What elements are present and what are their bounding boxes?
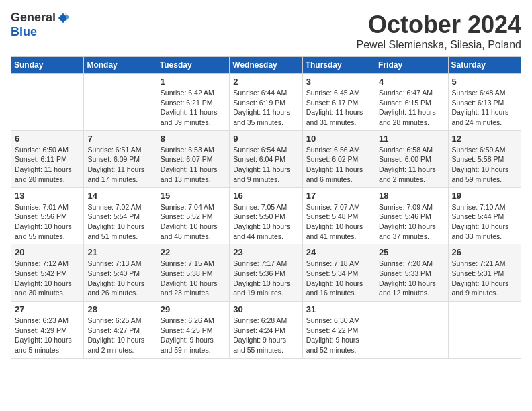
weekday-header: Saturday <box>448 57 521 74</box>
calendar-cell <box>84 74 157 131</box>
calendar-cell: 4 Sunrise: 6:47 AMSunset: 6:15 PMDayligh… <box>375 74 448 131</box>
day-number: 3 <box>306 77 371 87</box>
title-section: October 2024 Pewel Slemienska, Silesia, … <box>357 11 521 51</box>
weekday-header: Friday <box>375 57 448 74</box>
day-number: 17 <box>306 191 371 201</box>
calendar-cell: 21 Sunrise: 7:13 AMSunset: 5:40 PMDaylig… <box>84 244 157 302</box>
calendar-cell: 23 Sunrise: 7:17 AMSunset: 5:36 PMDaylig… <box>230 244 302 302</box>
day-number: 10 <box>306 134 371 144</box>
day-info: Sunrise: 7:17 AMSunset: 5:36 PMDaylight:… <box>233 259 298 298</box>
day-info: Sunrise: 6:48 AMSunset: 6:13 PMDaylight:… <box>452 88 517 128</box>
calendar-cell <box>448 302 521 359</box>
location-title: Pewel Slemienska, Silesia, Poland <box>357 39 521 51</box>
calendar-week-row: 20 Sunrise: 7:12 AMSunset: 5:42 PMDaylig… <box>11 244 521 302</box>
day-info: Sunrise: 7:04 AMSunset: 5:52 PMDaylight:… <box>161 202 226 242</box>
weekday-header: Tuesday <box>157 57 229 74</box>
weekday-header: Wednesday <box>230 57 302 74</box>
day-info: Sunrise: 7:01 AMSunset: 5:56 PMDaylight:… <box>15 202 80 242</box>
calendar-cell: 7 Sunrise: 6:51 AMSunset: 6:09 PMDayligh… <box>84 130 157 187</box>
day-info: Sunrise: 6:50 AMSunset: 6:11 PMDaylight:… <box>15 145 80 185</box>
day-number: 25 <box>379 247 444 257</box>
weekday-header: Sunday <box>11 57 84 74</box>
day-number: 31 <box>306 304 371 314</box>
calendar-cell: 19 Sunrise: 7:10 AMSunset: 5:44 PMDaylig… <box>448 187 521 244</box>
weekday-header: Monday <box>84 57 157 74</box>
calendar-cell: 24 Sunrise: 7:18 AMSunset: 5:34 PMDaylig… <box>302 244 375 302</box>
day-info: Sunrise: 6:42 AMSunset: 6:21 PMDaylight:… <box>161 88 226 128</box>
calendar-cell: 27 Sunrise: 6:23 AMSunset: 4:29 PMDaylig… <box>11 302 84 359</box>
day-number: 14 <box>87 191 152 201</box>
day-info: Sunrise: 6:45 AMSunset: 6:17 PMDaylight:… <box>306 88 371 128</box>
day-info: Sunrise: 6:47 AMSunset: 6:15 PMDaylight:… <box>379 88 444 128</box>
calendar-cell: 20 Sunrise: 7:12 AMSunset: 5:42 PMDaylig… <box>11 244 84 302</box>
day-number: 12 <box>452 134 517 144</box>
day-info: Sunrise: 6:54 AMSunset: 6:04 PMDaylight:… <box>233 145 298 185</box>
month-title: October 2024 <box>357 11 521 39</box>
calendar-cell: 1 Sunrise: 6:42 AMSunset: 6:21 PMDayligh… <box>157 74 229 131</box>
day-number: 16 <box>233 191 298 201</box>
calendar-cell: 9 Sunrise: 6:54 AMSunset: 6:04 PMDayligh… <box>230 130 302 187</box>
day-number: 6 <box>15 134 80 144</box>
day-number: 2 <box>233 77 298 87</box>
calendar-cell: 26 Sunrise: 7:21 AMSunset: 5:31 PMDaylig… <box>448 244 521 302</box>
day-info: Sunrise: 7:07 AMSunset: 5:48 PMDaylight:… <box>306 202 371 242</box>
day-number: 21 <box>87 247 152 257</box>
day-number: 26 <box>452 247 517 257</box>
day-info: Sunrise: 6:25 AMSunset: 4:27 PMDaylight:… <box>87 316 152 355</box>
day-number: 15 <box>161 191 226 201</box>
calendar-week-row: 13 Sunrise: 7:01 AMSunset: 5:56 PMDaylig… <box>11 187 521 244</box>
calendar-cell: 13 Sunrise: 7:01 AMSunset: 5:56 PMDaylig… <box>11 187 84 244</box>
logo: General Blue <box>11 11 69 39</box>
calendar-cell: 15 Sunrise: 7:04 AMSunset: 5:52 PMDaylig… <box>157 187 229 244</box>
calendar-cell: 14 Sunrise: 7:02 AMSunset: 5:54 PMDaylig… <box>84 187 157 244</box>
day-info: Sunrise: 6:56 AMSunset: 6:02 PMDaylight:… <box>306 145 371 185</box>
day-info: Sunrise: 7:20 AMSunset: 5:33 PMDaylight:… <box>379 259 444 298</box>
day-number: 19 <box>452 191 517 201</box>
day-number: 4 <box>379 77 444 87</box>
calendar-cell: 2 Sunrise: 6:44 AMSunset: 6:19 PMDayligh… <box>230 74 302 131</box>
day-info: Sunrise: 6:51 AMSunset: 6:09 PMDaylight:… <box>87 145 152 185</box>
calendar-cell: 22 Sunrise: 7:15 AMSunset: 5:38 PMDaylig… <box>157 244 229 302</box>
logo-icon <box>57 12 69 24</box>
calendar-cell: 18 Sunrise: 7:09 AMSunset: 5:46 PMDaylig… <box>375 187 448 244</box>
day-info: Sunrise: 7:21 AMSunset: 5:31 PMDaylight:… <box>452 259 517 298</box>
calendar-cell: 25 Sunrise: 7:20 AMSunset: 5:33 PMDaylig… <box>375 244 448 302</box>
calendar-cell: 31 Sunrise: 6:30 AMSunset: 4:22 PMDaylig… <box>302 302 375 359</box>
day-info: Sunrise: 7:02 AMSunset: 5:54 PMDaylight:… <box>87 202 152 242</box>
day-number: 8 <box>161 134 226 144</box>
day-number: 11 <box>379 134 444 144</box>
day-number: 13 <box>15 191 80 201</box>
day-info: Sunrise: 7:13 AMSunset: 5:40 PMDaylight:… <box>87 259 152 298</box>
day-number: 30 <box>233 304 298 314</box>
calendar-cell: 11 Sunrise: 6:58 AMSunset: 6:00 PMDaylig… <box>375 130 448 187</box>
calendar-table: SundayMondayTuesdayWednesdayThursdayFrid… <box>11 56 521 359</box>
calendar-week-row: 1 Sunrise: 6:42 AMSunset: 6:21 PMDayligh… <box>11 74 521 131</box>
logo-blue-text: Blue <box>11 25 37 39</box>
day-number: 29 <box>161 304 226 314</box>
calendar-header-row: SundayMondayTuesdayWednesdayThursdayFrid… <box>11 57 521 74</box>
day-number: 5 <box>452 77 517 87</box>
day-info: Sunrise: 7:10 AMSunset: 5:44 PMDaylight:… <box>452 202 517 242</box>
calendar-cell: 17 Sunrise: 7:07 AMSunset: 5:48 PMDaylig… <box>302 187 375 244</box>
day-number: 24 <box>306 247 371 257</box>
day-number: 28 <box>87 304 152 314</box>
day-info: Sunrise: 7:18 AMSunset: 5:34 PMDaylight:… <box>306 259 371 298</box>
day-number: 18 <box>379 191 444 201</box>
day-number: 20 <box>15 247 80 257</box>
day-info: Sunrise: 6:30 AMSunset: 4:22 PMDaylight:… <box>306 316 371 355</box>
day-info: Sunrise: 6:26 AMSunset: 4:25 PMDaylight:… <box>161 316 226 355</box>
calendar-week-row: 6 Sunrise: 6:50 AMSunset: 6:11 PMDayligh… <box>11 130 521 187</box>
day-number: 7 <box>87 134 152 144</box>
calendar-cell: 8 Sunrise: 6:53 AMSunset: 6:07 PMDayligh… <box>157 130 229 187</box>
calendar-cell: 6 Sunrise: 6:50 AMSunset: 6:11 PMDayligh… <box>11 130 84 187</box>
day-info: Sunrise: 7:05 AMSunset: 5:50 PMDaylight:… <box>233 202 298 242</box>
day-info: Sunrise: 6:58 AMSunset: 6:00 PMDaylight:… <box>379 145 444 185</box>
day-info: Sunrise: 6:59 AMSunset: 5:58 PMDaylight:… <box>452 145 517 185</box>
day-info: Sunrise: 6:44 AMSunset: 6:19 PMDaylight:… <box>233 88 298 128</box>
day-info: Sunrise: 7:15 AMSunset: 5:38 PMDaylight:… <box>161 259 226 298</box>
calendar-cell: 29 Sunrise: 6:26 AMSunset: 4:25 PMDaylig… <box>157 302 229 359</box>
calendar-cell <box>375 302 448 359</box>
calendar-cell: 16 Sunrise: 7:05 AMSunset: 5:50 PMDaylig… <box>230 187 302 244</box>
day-info: Sunrise: 6:23 AMSunset: 4:29 PMDaylight:… <box>15 316 80 355</box>
day-number: 9 <box>233 134 298 144</box>
